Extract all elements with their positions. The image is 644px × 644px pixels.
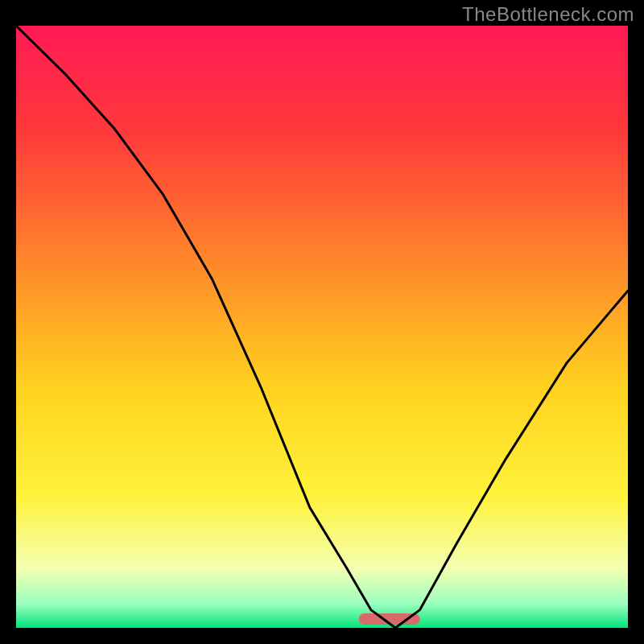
bottleneck-plot bbox=[16, 26, 628, 628]
gradient-background bbox=[16, 26, 628, 628]
plot-svg bbox=[16, 26, 628, 628]
chart-frame: TheBottleneck.com bbox=[0, 0, 644, 644]
watermark-text: TheBottleneck.com bbox=[462, 3, 634, 26]
